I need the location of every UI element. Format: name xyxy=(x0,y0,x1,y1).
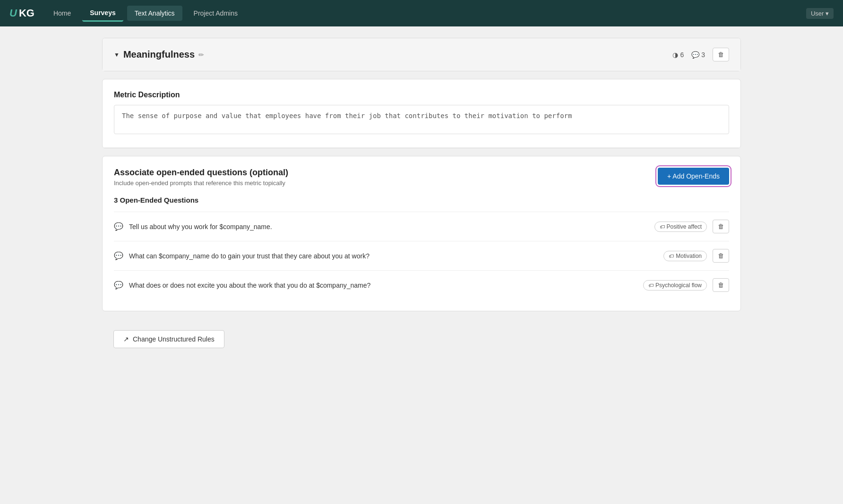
external-link-icon: ↗ xyxy=(123,335,129,343)
chat-icon: 💬 xyxy=(114,222,123,231)
edit-icon[interactable]: ✏ xyxy=(198,51,204,59)
comment-count-item: 💬 3 xyxy=(691,51,705,59)
open-ended-section: Associate open-ended questions (optional… xyxy=(103,156,740,311)
question-tag: 🏷 Psychological flow xyxy=(643,280,707,290)
questions-count: 3 Open-Ended Questions xyxy=(114,196,729,204)
comment-icon: 💬 xyxy=(691,51,699,59)
metric-description-label: Metric Description xyxy=(114,91,729,99)
tag-label: Psychological flow xyxy=(655,282,702,289)
question-tag: 🏷 Motivation xyxy=(663,251,707,261)
question-delete-button-2[interactable]: 🗑 xyxy=(713,249,729,263)
nav-home[interactable]: Home xyxy=(46,6,78,21)
open-ended-subtitle: Include open-ended prompts that referenc… xyxy=(114,179,288,187)
nav-text-analytics[interactable]: Text Analytics xyxy=(127,6,182,21)
logo-kg: KG xyxy=(19,7,34,19)
chevron-down-icon: ▼ xyxy=(114,51,120,58)
tag-label: Motivation xyxy=(676,253,702,259)
nav-surveys[interactable]: Surveys xyxy=(82,5,123,22)
section-meta: ◑ 6 💬 3 xyxy=(672,51,705,59)
half-circle-icon: ◑ xyxy=(672,51,678,59)
open-ended-card: Associate open-ended questions (optional… xyxy=(102,156,741,311)
table-row: 💬 Tell us about why you work for $compan… xyxy=(114,212,729,241)
question-delete-button-3[interactable]: 🗑 xyxy=(713,278,729,292)
question-delete-button-1[interactable]: 🗑 xyxy=(713,220,729,233)
icon-count-item: ◑ 6 xyxy=(672,51,684,59)
question-tag: 🏷 Positive affect xyxy=(654,222,707,232)
logo: UKG xyxy=(9,7,34,19)
metric-description-card: Metric Description xyxy=(102,79,741,148)
change-rules-label: Change Unstructured Rules xyxy=(133,335,215,343)
logo-u: U xyxy=(9,7,17,19)
chat-icon: 💬 xyxy=(114,281,123,290)
user-menu[interactable]: User ▾ xyxy=(806,8,834,19)
tag-icon: 🏷 xyxy=(669,253,674,259)
tag-icon: 🏷 xyxy=(660,224,665,230)
question-text: What does or does not excite you about t… xyxy=(129,282,634,289)
section-header: ▼ Meaningfulness ✏ ◑ 6 💬 3 🗑 xyxy=(103,38,740,71)
question-text: Tell us about why you work for $company_… xyxy=(129,223,645,231)
page-content: ▼ Meaningfulness ✏ ◑ 6 💬 3 🗑 Metric Desc… xyxy=(91,26,752,371)
question-text: What can $company_name do to gain your t… xyxy=(129,252,654,260)
section-delete-button[interactable]: 🗑 xyxy=(713,48,729,61)
add-open-ends-button[interactable]: + Add Open-Ends xyxy=(658,168,729,185)
section-title-row: ▼ Meaningfulness ✏ xyxy=(114,49,672,60)
metric-desc-section: Metric Description xyxy=(103,79,740,148)
section-title: Meaningfulness xyxy=(123,49,195,60)
open-ended-title-group: Associate open-ended questions (optional… xyxy=(114,168,288,187)
table-row: 💬 What does or does not excite you about… xyxy=(114,270,729,299)
chat-icon: 💬 xyxy=(114,251,123,260)
tag-label: Positive affect xyxy=(667,223,702,230)
open-ended-title: Associate open-ended questions (optional… xyxy=(114,168,288,178)
navbar: UKG Home Surveys Text Analytics Project … xyxy=(0,0,843,26)
nav-project-admins[interactable]: Project Admins xyxy=(186,6,245,21)
open-ended-header: Associate open-ended questions (optional… xyxy=(114,168,729,187)
change-unstructured-rules-button[interactable]: ↗ Change Unstructured Rules xyxy=(113,330,224,348)
page-footer: ↗ Change Unstructured Rules xyxy=(102,319,741,359)
icon-count: 6 xyxy=(680,51,684,59)
tag-icon: 🏷 xyxy=(648,282,654,288)
metric-description-input[interactable] xyxy=(114,105,729,134)
table-row: 💬 What can $company_name do to gain your… xyxy=(114,241,729,270)
section-card: ▼ Meaningfulness ✏ ◑ 6 💬 3 🗑 xyxy=(102,38,741,71)
comment-count: 3 xyxy=(701,51,705,59)
